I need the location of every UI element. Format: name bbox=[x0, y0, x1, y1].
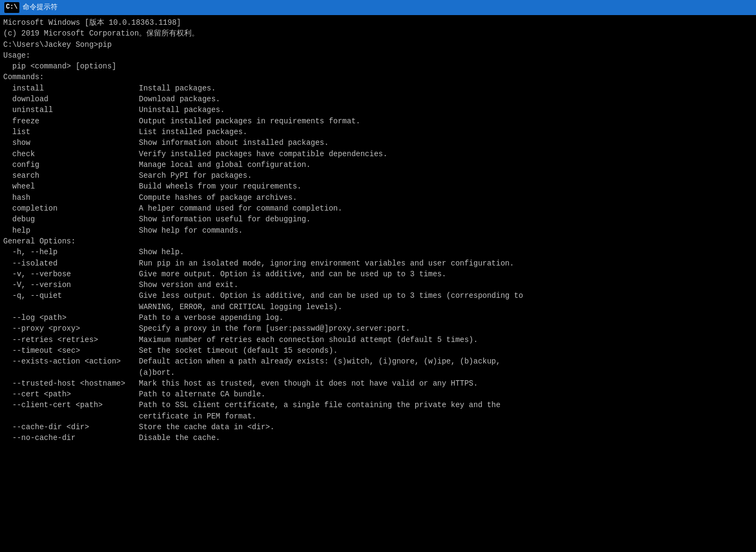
console-line: -h, --help Show help. bbox=[3, 247, 753, 257]
console-line: debug Show information useful for debugg… bbox=[3, 214, 753, 225]
console-line: Commands: bbox=[3, 72, 753, 82]
console-line: C:\Users\Jackey Song>pip bbox=[3, 39, 753, 50]
console-line: --exists-action <action> Default action … bbox=[3, 356, 753, 367]
console-line: help Show help for commands. bbox=[3, 225, 753, 236]
cmd-icon: C:\ bbox=[4, 2, 19, 12]
console-line: --client-cert <path> Path to SSL client … bbox=[3, 400, 753, 410]
console-line: list List installed packages. bbox=[3, 127, 753, 137]
console-line: completion A helper command used for com… bbox=[3, 203, 753, 214]
console-line: --retries <retries> Maximum number of re… bbox=[3, 334, 753, 345]
console-line: -v, --verbose Give more output. Option i… bbox=[3, 269, 753, 280]
console-line: search Search PyPI for packages. bbox=[3, 170, 753, 181]
console-line: (c) 2019 Microsoft Corporation。保留所有权利。 bbox=[3, 28, 753, 39]
console-line: config Manage local and global configura… bbox=[3, 159, 753, 170]
console-line: freeze Output installed packages in requ… bbox=[3, 116, 753, 127]
console-line: --cert <path> Path to alternate CA bundl… bbox=[3, 389, 753, 400]
console-line: hash Compute hashes of package archives. bbox=[3, 192, 753, 203]
console-line: General Options: bbox=[3, 236, 753, 247]
console-line: --proxy <proxy> Specify a proxy in the f… bbox=[3, 323, 753, 334]
console-line: --timeout <sec> Set the socket timeout (… bbox=[3, 345, 753, 356]
console-line: --log <path> Path to a verbose appending… bbox=[3, 312, 753, 323]
console-line: -q, --quiet Give less output. Option is … bbox=[3, 290, 753, 301]
console-line: --cache-dir <dir> Store the cache data i… bbox=[3, 422, 753, 432]
console-line: check Verify installed packages have com… bbox=[3, 149, 753, 159]
console-line: download Download packages. bbox=[3, 94, 753, 104]
window-title: 命令提示符 bbox=[23, 3, 58, 13]
console-line: (a)bort. bbox=[3, 367, 753, 378]
titlebar: C:\ 命令提示符 bbox=[0, 0, 756, 15]
console-line: WARNING, ERROR, and CRITICAL logging lev… bbox=[3, 302, 753, 312]
console-line: --no-cache-dir Disable the cache. bbox=[3, 432, 753, 443]
console-line: certificate in PEM format. bbox=[3, 411, 753, 422]
console-line: wheel Build wheels from your requirement… bbox=[3, 181, 753, 192]
console-line: show Show information about installed pa… bbox=[3, 137, 753, 148]
console-line: Usage: bbox=[3, 50, 753, 61]
console-output: Microsoft Windows [版本 10.0.18363.1198](c… bbox=[0, 15, 756, 446]
console-line: -V, --version Show version and exit. bbox=[3, 280, 753, 290]
console-line: install Install packages. bbox=[3, 83, 753, 94]
console-line: Microsoft Windows [版本 10.0.18363.1198] bbox=[3, 17, 753, 28]
console-line: uninstall Uninstall packages. bbox=[3, 104, 753, 115]
console-line: pip <command> [options] bbox=[3, 61, 753, 72]
console-line: --trusted-host <hostname> Mark this host… bbox=[3, 378, 753, 389]
console-line: --isolated Run pip in an isolated mode, … bbox=[3, 258, 753, 269]
